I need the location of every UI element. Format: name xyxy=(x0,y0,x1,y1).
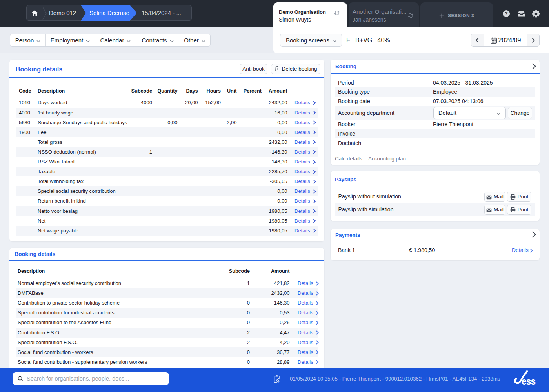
svg-text:ess: ess xyxy=(522,376,536,386)
